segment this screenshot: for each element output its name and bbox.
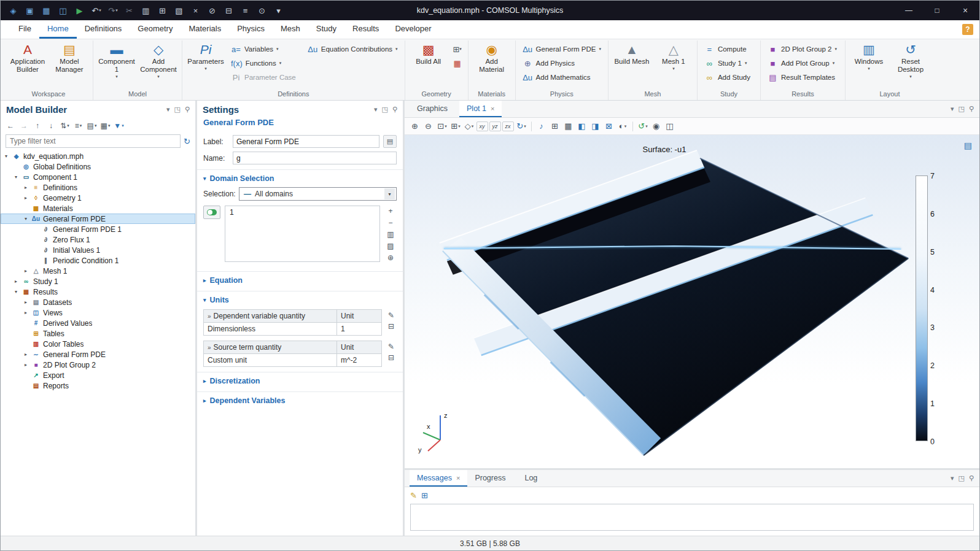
maximize-button[interactable]: □ (923, 1, 951, 20)
mb-pin-icon[interactable]: ⚲ (185, 106, 190, 114)
settings-float-icon[interactable]: ◳ (382, 106, 388, 114)
parameter-case-button[interactable]: Pi Parameter Case (227, 71, 303, 84)
toolbar-separator[interactable] (632, 121, 633, 131)
table-cell[interactable]: Custom unit (204, 354, 337, 366)
add-physics-button[interactable]: ⊕ Add Physics (519, 56, 605, 70)
copy-messages-icon[interactable]: ⊞ (421, 491, 428, 500)
tree-item-global-definitions[interactable]: ◎ Global Definitions (1, 161, 195, 172)
label-field-input[interactable] (233, 135, 379, 148)
forward-icon[interactable]: → (18, 120, 30, 132)
menu-tab-geometry[interactable]: Geometry (130, 20, 181, 39)
save-icon[interactable]: ▦ (39, 3, 55, 18)
menu-tab-home[interactable]: Home (39, 20, 77, 39)
tree-item-general-form-pde-results[interactable]: ▸ ∼ General Form PDE (1, 349, 195, 360)
split-vertical-icon[interactable]: ◨ (589, 120, 602, 133)
tree-item-kdv-equation[interactable]: ▾ ◈ kdv_equation.mph (1, 151, 195, 161)
add-material-button[interactable]: ◉ Add Material (472, 40, 512, 74)
tree-item-mesh-1[interactable]: ▸ △ Mesh 1 (1, 266, 195, 276)
save-as-icon[interactable]: ◫ (55, 3, 71, 18)
tree-item-2d-plot-group-2[interactable]: ▸ ■ 2D Plot Group 2 (1, 360, 195, 370)
edit-unit-icon[interactable]: ✎ (388, 311, 394, 320)
settings-menu-icon[interactable]: ▾ (374, 106, 378, 114)
tree-item-materials[interactable]: ▦ Materials (1, 203, 195, 214)
tab-close-icon[interactable]: × (491, 105, 494, 112)
bottom-menu-icon[interactable]: ▾ (951, 474, 954, 482)
table-cell[interactable]: m^-2 (337, 354, 381, 366)
view-zx-icon[interactable]: zx (502, 121, 514, 131)
table-cell[interactable]: Dimensionless (204, 323, 337, 335)
move-down-icon[interactable]: ↓ (45, 120, 57, 132)
tree-item-zero-flux-1[interactable]: ∂ Zero Flux 1 (1, 234, 195, 245)
tree-item-derived-values[interactable]: # Derived Values (1, 318, 195, 328)
dependent-variable-quantity-table[interactable]: »Dependent variable quantity Unit Dimens… (203, 309, 382, 336)
tree-item-export[interactable]: ↗ Export (1, 370, 195, 380)
run-icon[interactable]: ▶ (72, 3, 88, 18)
close-button[interactable]: × (951, 1, 979, 20)
tree-expander-icon[interactable]: ▾ (13, 289, 19, 295)
tree-expander-icon[interactable]: ▸ (23, 185, 29, 190)
section-units[interactable]: ▾ Units (197, 291, 403, 307)
remove-from-selection-icon[interactable]: − (388, 218, 392, 227)
plot-properties-icon[interactable]: ▤ (964, 141, 972, 150)
node-order-icon[interactable]: ▦ ▾ (99, 120, 111, 132)
refresh-tree-icon[interactable]: ↻ (184, 137, 190, 146)
tab-graphics[interactable]: Graphics (410, 101, 459, 117)
menu-tab-physics[interactable]: Physics (229, 20, 273, 39)
add-mathematics-button[interactable]: Δu Add Mathematics (519, 71, 605, 84)
tab-messages[interactable]: Messages × (410, 470, 467, 487)
tab-close-icon[interactable]: × (456, 474, 460, 482)
equation-contributions-button[interactable]: Δu Equation Contributions ▾ (304, 42, 402, 56)
tree-item-views[interactable]: ▸ ◫ Views (1, 307, 195, 318)
copy-table-icon[interactable]: ⊞ (155, 3, 171, 18)
variables-button[interactable]: a= Variables ▾ (227, 42, 303, 56)
menu-tab-results[interactable]: Results (344, 20, 387, 39)
zoom-to-selection-icon[interactable]: ⊕ (387, 253, 394, 262)
delete-icon[interactable]: × (188, 3, 204, 18)
windows-button[interactable]: ▥ Windows ▾ (849, 40, 889, 71)
kdv-surface-plot[interactable] (405, 135, 979, 468)
tree-expander-icon[interactable]: ▸ (23, 299, 29, 305)
tree-expander-icon[interactable]: ▸ (23, 268, 29, 274)
bottom-pin-icon[interactable]: ⚲ (969, 474, 974, 482)
table-cell[interactable]: 1 (337, 323, 381, 335)
section-discretization[interactable]: ▸ Discretization (197, 372, 403, 388)
collapse-expand-icon[interactable]: ⇅ ▾ (59, 120, 71, 132)
menu-tab-study[interactable]: Study (308, 20, 344, 39)
back-icon[interactable]: ← (5, 120, 17, 132)
tree-item-geometry-1[interactable]: ▸ ◊ Geometry 1 (1, 193, 195, 203)
toolbar-separator[interactable] (531, 121, 532, 131)
domain-list-item[interactable]: 1 (230, 208, 375, 217)
active-toggle-button[interactable] (203, 206, 220, 219)
move-up-icon[interactable]: ↑ (32, 120, 44, 132)
build-icon[interactable]: ⊟ (221, 3, 237, 18)
physics-interface-button[interactable]: Δu General Form PDE ▾ (519, 42, 605, 56)
study-1-button[interactable]: ∞ Study 1 ▾ (701, 56, 757, 70)
section-dependent-variables[interactable]: ▸ Dependent Variables (197, 391, 403, 408)
parameters-button[interactable]: Pi Parameters ▾ (185, 40, 226, 71)
functions-button[interactable]: f(x) Functions ▾ (227, 56, 303, 70)
selection-dropdown[interactable]: — All domains ▾ (239, 187, 397, 201)
application-builder-button[interactable]: A Application Builder (7, 40, 48, 74)
lock-axes-icon[interactable]: ⊠ (602, 120, 616, 133)
section-domain-selection[interactable]: ▾ Domain Selection (197, 169, 403, 186)
add-component-button[interactable]: ◇ Add Component ▾ (138, 40, 179, 79)
rename-label-button[interactable]: ▤ (383, 135, 397, 148)
zoom-in-icon[interactable]: ⊕ (408, 120, 422, 133)
mb-menu-icon[interactable]: ▾ (166, 106, 170, 114)
name-field-input[interactable] (233, 152, 397, 164)
paste-icon[interactable]: ▧ (171, 3, 187, 18)
tree-expander-icon[interactable]: ▸ (13, 279, 19, 284)
tree-item-reports[interactable]: ▤ Reports (1, 380, 195, 391)
split-horizontal-icon[interactable]: ◧ (575, 120, 589, 133)
tree-expander-icon[interactable]: ▸ (23, 352, 29, 357)
open-file-icon[interactable]: ▣ (22, 3, 38, 18)
tab-log[interactable]: Log (517, 470, 549, 487)
sound-icon[interactable]: ♪ (535, 120, 548, 133)
change-unit-icon[interactable]: ⊟ (388, 353, 394, 362)
tree-item-general-form-pde[interactable]: ▾ Δu General Form PDE (1, 214, 195, 224)
tree-item-initial-values-1[interactable]: ∂ Initial Values 1 (1, 245, 195, 255)
tree-expander-icon[interactable]: ▸ (23, 362, 29, 368)
model-manager-button[interactable]: ▤ Model Manager (49, 40, 90, 74)
settings-pin-icon[interactable]: ⚲ (392, 106, 397, 114)
reset-desktop-button[interactable]: ↺ Reset Desktop ▾ (890, 40, 931, 79)
